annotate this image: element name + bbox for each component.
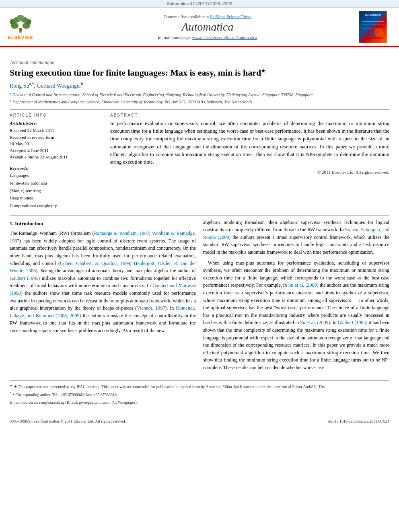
received-date: Received 22 March 2011 (10, 128, 54, 133)
elsevier-logo-area: ELSEVIER (8, 14, 60, 40)
footnote-corresponding: * * Corresponding author. Tel.: +65 6790… (10, 391, 389, 398)
footnote-star: ★ ★ This paper was not presented at any … (10, 383, 389, 390)
available-online: Available online 22 August 2011 (10, 154, 68, 159)
ref-viennot1997[interactable]: Viennot, 1997 (137, 305, 165, 311)
sciverse-link[interactable]: SciVerse ScienceDirect (210, 14, 251, 19)
svg-rect-10 (362, 25, 384, 25)
journal-header-center: Contents lists available at SciVerse Sci… (60, 14, 355, 40)
divider-after-affiliations (10, 109, 389, 110)
author-su-sup: a,* (29, 82, 34, 86)
author-rong-su[interactable]: Rong Su (10, 82, 29, 88)
info-abstract-columns: ARTICLE INFO Article history: Received 2… (10, 113, 389, 210)
keyword-1: Languages (10, 172, 102, 179)
footer-issn: 0005-1098/$ – see front matter © 2011 El… (10, 419, 126, 423)
section1-para3-right: When using max-plus automata for perform… (203, 259, 389, 372)
svg-point-7 (17, 15, 25, 21)
contents-line: Contents lists available at SciVerse Sci… (64, 14, 351, 19)
divider-top (10, 56, 389, 56)
ref-su2009c[interactable]: Su et al. (2009) (300, 320, 330, 325)
svg-rect-9 (362, 21, 384, 22)
abstract-text: In performance evaluation or supervisory… (110, 120, 389, 166)
ref-su2009[interactable]: Su, van Schuppen, and Rooda (2009) (203, 227, 389, 240)
keyword-2: Finite-state automata (10, 179, 102, 187)
cover-decoration (361, 16, 385, 41)
body-columns: 1. Introduction The Ramadge–Wonham (RW) … (10, 219, 389, 375)
footer-doi: doi:10.1016/j.automatica.2011.06.024 (328, 419, 389, 423)
keyword-4: Heap models (10, 194, 102, 202)
section1-para1: The Ramadge–Wonham (RW) formalism (Ramad… (10, 230, 196, 334)
section1-heading: 1. Introduction (10, 220, 196, 228)
ref-gaubert1995a[interactable]: Gaubert (1995) (10, 275, 40, 281)
affil-b: b Department of Mathematics and Computer… (10, 100, 252, 104)
automatica-ref-bar: Automatica 47 (2011) 2326–2329 (0, 0, 399, 8)
keywords-section: Keywords: Languages Finite-state automat… (10, 164, 102, 210)
article-info-column: ARTICLE INFO Article history: Received 2… (10, 113, 102, 210)
ref-ramadge1987[interactable]: Ramadge & Wonham, 1987 (94, 230, 149, 236)
article-title-text: String execution time for finite languag… (10, 68, 261, 78)
article-title: String execution time for finite languag… (10, 67, 389, 78)
article-content: Technical communique String execution ti… (0, 47, 399, 415)
ref-gaubert1998[interactable]: Gaubert and Mairesse (1998) (10, 283, 196, 296)
svg-rect-11 (362, 29, 378, 29)
footnote-email-text: E-mail addresses: rsu@ntu.edu.sg (R. Su)… (10, 400, 138, 405)
author-woeginger-sup: b (81, 82, 83, 86)
journal-cover: automatica (355, 11, 391, 43)
svg-rect-14 (363, 37, 383, 39)
ref-cohen1999[interactable]: Cohen, Gaubert, & Quadrat, 1999 (60, 261, 130, 266)
authors-line: Rong Sua,*, Gerhard Woegingerb (10, 82, 389, 89)
keyword-3: (Max,+) semiring (10, 187, 102, 195)
footnote-email: E-mail addresses: rsu@ntu.edu.sg (R. Su)… (10, 399, 389, 405)
homepage-line: journal homepage: www.elsevier.com/locat… (64, 35, 351, 40)
journal-title: Automatica (64, 21, 351, 33)
footnote-corresponding-text: * Corresponding author. Tel.: +65 679060… (12, 392, 118, 397)
article-type: Technical communique (10, 60, 389, 66)
received-revised-label: Received in revised form (10, 135, 54, 140)
footnote-area: ★ ★ This paper was not presented at any … (10, 380, 389, 406)
journal-cover-image: automatica (359, 11, 387, 43)
abstract-copyright: © 2011 Elsevier Ltd. All rights reserved… (110, 170, 389, 175)
cover-title-text: automatica (365, 13, 380, 16)
abstract-column: ABSTRACT In performance evaluation or su… (110, 113, 389, 210)
keyword-5: Computational complexity (10, 202, 102, 210)
ref-su2009b[interactable]: Su et al. (2009) (288, 282, 319, 288)
received-revised-date: 10 May 2011 (10, 141, 33, 146)
footnote-star-text: ★ This paper was not presented at any IF… (14, 384, 326, 389)
keywords-label: Keywords: (10, 166, 29, 170)
article-history: Article history: Received 22 March 2011 … (10, 120, 102, 160)
divider-body (10, 215, 389, 216)
abstract-heading: ABSTRACT (110, 113, 389, 117)
title-star: ★ (261, 68, 265, 74)
affil-a: a Division of Control and Instrumentatio… (10, 92, 313, 97)
elsevier-tree-icon (8, 14, 33, 34)
accepted-date: Accepted 4 June 2011 (10, 148, 49, 153)
body-col-left: 1. Introduction The Ramadge–Wonham (RW) … (10, 219, 196, 375)
journal-header: ELSEVIER Contents lists available at Sci… (0, 8, 399, 47)
homepage-label: journal homepage: (158, 35, 191, 40)
section1-number: 1. (10, 220, 14, 226)
ref-gaubert1995b[interactable]: Gaubert (1995) (338, 320, 368, 325)
homepage-link[interactable]: www.elsevier.com/locate/automatica (192, 35, 257, 40)
body-col-right: algebraic modeling formalism, their alge… (203, 219, 389, 375)
automatica-ref-text: Automatica 47 (2011) 2326–2329 (167, 1, 232, 6)
svg-rect-8 (19, 28, 22, 31)
elsevier-logo: ELSEVIER (8, 14, 33, 40)
elsevier-text: ELSEVIER (8, 35, 33, 40)
section1-title: Introduction (15, 220, 43, 226)
article-info-heading: ARTICLE INFO (10, 113, 102, 117)
history-label: Article history: (10, 120, 102, 127)
affiliations: a Division of Control and Instrumentatio… (10, 90, 389, 105)
section1-para2-right: algebraic modeling formalism, their alge… (203, 219, 389, 256)
author-gerhard-woeginger[interactable]: Gerhard Woeginger (37, 82, 81, 88)
page-footer: 0005-1098/$ – see front matter © 2011 El… (0, 419, 399, 423)
ref-komenda2008[interactable]: Komenda, Lahaye, and Boimond (2008, 2009… (10, 305, 196, 318)
contents-text: Contents lists available at (164, 14, 209, 19)
